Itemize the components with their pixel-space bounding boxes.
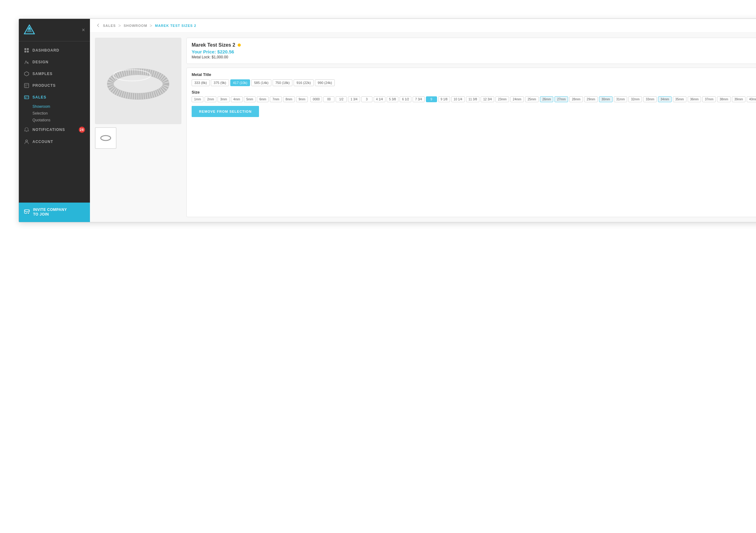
product-thumbnail[interactable] [95, 127, 117, 149]
size-10-1-4[interactable]: 10 1/4 [451, 96, 465, 102]
size-39mm[interactable]: 39mm [732, 96, 745, 102]
size-2mm[interactable]: 2mm [204, 96, 216, 102]
sidebar-item-design[interactable]: DESIGN [19, 56, 90, 68]
invite-company-button[interactable]: INVITE COMPANYTO JOIN [19, 203, 90, 222]
sidebar-item-label: DASHBOARD [33, 48, 59, 53]
status-dot [238, 43, 241, 47]
size-31mm[interactable]: 31mm [614, 96, 628, 102]
size-00[interactable]: 00 [323, 96, 335, 102]
size-28mm[interactable]: 28mm [569, 96, 583, 102]
design-icon [24, 59, 29, 65]
sidebar-sales-sub: Showroom Selection Quotations [19, 103, 90, 123]
breadcrumb-sales[interactable]: SALES [103, 24, 116, 28]
sidebar-item-samples[interactable]: SAMPLES [19, 68, 90, 80]
main-content: SALES > SHOWROOM > MAREK TEST SIZES 2 [90, 19, 756, 222]
size-4mm[interactable]: 4mm [231, 96, 243, 102]
product-details: Marek Test Sizes 2 Your Price: $220.56 M… [186, 38, 756, 217]
size-37mm[interactable]: 37mm [702, 96, 716, 102]
metal-btn-333[interactable]: 333 (8k) [192, 79, 209, 86]
sidebar-logo-icon [24, 24, 35, 36]
breadcrumb-sep-2: > [149, 23, 152, 28]
sidebar-item-label: NOTIFICATIONS [33, 128, 65, 132]
metal-buttons: 333 (8k) 375 (9k) 417 (10k) 585 (14k) 75… [192, 79, 756, 86]
metal-btn-990[interactable]: 990 (24k) [315, 79, 335, 86]
sidebar-item-account[interactable]: ACCOUNT [19, 136, 90, 148]
product-main-image [95, 38, 181, 124]
size-half[interactable]: 1/2 [336, 96, 347, 102]
metal-btn-417[interactable]: 417 (10k) [230, 79, 250, 86]
size-33mm[interactable]: 33mm [643, 96, 657, 102]
svg-rect-5 [24, 51, 26, 53]
size-24mm[interactable]: 24mm [510, 96, 524, 102]
breadcrumb-showroom[interactable]: SHOWROOM [123, 24, 147, 28]
size-9-1-8[interactable]: 9 1/8 [438, 96, 450, 102]
product-info-card: Marek Test Sizes 2 Your Price: $220.56 M… [186, 38, 756, 64]
sidebar-item-sales[interactable]: SALES [19, 91, 90, 103]
samples-icon [24, 71, 29, 77]
sidebar-item-label: DESIGN [33, 60, 48, 64]
sidebar-item-products[interactable]: PRODUCTS [19, 80, 90, 91]
sidebar-item-dashboard[interactable]: DASHBOARD [19, 44, 90, 56]
size-7-3-4[interactable]: 7 3/4 [413, 96, 424, 102]
size-30mm[interactable]: 30mm [599, 96, 612, 102]
size-27mm[interactable]: 27mm [554, 96, 568, 102]
sidebar-item-label: SALES [33, 95, 46, 99]
size-29mm[interactable]: 29mm [584, 96, 598, 102]
size-5mm[interactable]: 5mm [244, 96, 256, 102]
breadcrumb-sep-1: > [119, 23, 121, 28]
metal-btn-916[interactable]: 916 (22k) [294, 79, 313, 86]
metal-btn-585[interactable]: 585 (14k) [251, 79, 271, 86]
sidebar-sub-selection[interactable]: Selection [33, 110, 90, 117]
products-icon [24, 83, 29, 88]
size-1mm[interactable]: 1mm [192, 96, 203, 102]
sidebar-item-notifications[interactable]: NOTIFICATIONS 28 [19, 123, 90, 136]
sidebar-item-label: ACCOUNT [33, 140, 53, 144]
size-0000[interactable]: 0000 [310, 96, 322, 102]
metal-btn-750[interactable]: 750 (18k) [273, 79, 292, 86]
size-6-1-2[interactable]: 6 1/2 [400, 96, 411, 102]
size-3[interactable]: 3 [361, 96, 372, 102]
sidebar-sub-showroom[interactable]: Showroom [33, 103, 90, 110]
size-35mm[interactable]: 35mm [673, 96, 687, 102]
size-32mm[interactable]: 32mm [628, 96, 642, 102]
notifications-icon [24, 127, 29, 133]
size-7mm[interactable]: 7mm [270, 96, 282, 102]
product-metal-lock: Metal Lock: $1,000.00 [192, 55, 756, 59]
variants-card: Metal Title 333 (8k) 375 (9k) 417 (10k) … [186, 68, 756, 217]
metal-title-label: Metal Title [192, 72, 756, 77]
sidebar-header: × [19, 19, 90, 41]
size-8mm[interactable]: 8mm [283, 96, 295, 102]
size-36mm[interactable]: 36mm [688, 96, 701, 102]
size-6mm[interactable]: 6mm [257, 96, 269, 102]
breadcrumb-nav-icon[interactable] [96, 23, 100, 28]
product-area: Marek Test Sizes 2 Your Price: $220.56 M… [90, 33, 756, 222]
svg-rect-3 [24, 48, 26, 50]
size-23mm[interactable]: 23mm [496, 96, 509, 102]
size-11-3-8[interactable]: 11 3/8 [466, 96, 480, 102]
notification-badge: 28 [79, 127, 85, 133]
ui-mockup: × DASHBOARD [18, 18, 756, 222]
close-icon[interactable]: × [82, 27, 85, 33]
breadcrumb: SALES > SHOWROOM > MAREK TEST SIZES 2 [90, 19, 756, 33]
size-25mm[interactable]: 25mm [525, 96, 539, 102]
size-4-1-4[interactable]: 4 1/4 [374, 96, 386, 102]
sidebar-nav: DASHBOARD DESIGN [19, 41, 90, 203]
size-12-3-4[interactable]: 12 3/4 [481, 96, 494, 102]
size-9mm[interactable]: 9mm [296, 96, 308, 102]
sidebar-item-label: SAMPLES [33, 72, 53, 76]
size-9[interactable]: 9 [426, 96, 437, 102]
remove-from-selection-button[interactable]: REMOVE FROM SELECTION [192, 106, 259, 117]
size-1-3-4[interactable]: 1 3/4 [348, 96, 360, 102]
size-5-3-8[interactable]: 5 3/8 [387, 96, 398, 102]
svg-point-13 [26, 140, 28, 142]
size-26mm[interactable]: 26mm [540, 96, 554, 102]
metal-btn-375[interactable]: 375 (9k) [211, 79, 229, 86]
svg-rect-7 [24, 83, 29, 88]
size-3mm[interactable]: 3mm [218, 96, 229, 102]
size-40mm[interactable]: 40mm [747, 96, 756, 102]
sidebar-sub-quotations[interactable]: Quotations [33, 117, 90, 123]
size-38mm[interactable]: 38mm [717, 96, 731, 102]
size-buttons: 1mm 2mm 3mm 4mm 5mm 6mm 7mm 8mm 9mm 000 [192, 96, 756, 102]
svg-rect-4 [27, 48, 29, 50]
size-34mm[interactable]: 34mm [658, 96, 672, 102]
